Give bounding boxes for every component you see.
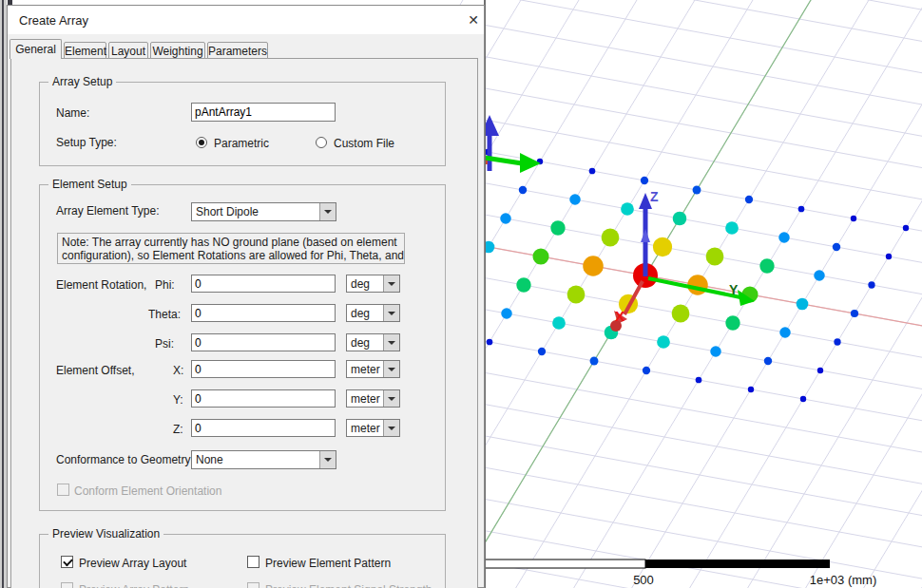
array-element-type-combo[interactable]: Short Dipole bbox=[191, 202, 336, 221]
array-element-dot bbox=[851, 216, 856, 221]
tab-general[interactable]: General bbox=[10, 39, 62, 59]
array-element-dot bbox=[748, 387, 754, 392]
array-element-dot bbox=[725, 315, 740, 330]
array-element-dot bbox=[800, 396, 806, 402]
rotation-psi-unit-combo[interactable]: deg bbox=[346, 333, 400, 351]
offset-y-unit-combo[interactable]: meter bbox=[346, 389, 400, 408]
array-element-dot bbox=[798, 206, 805, 213]
array-element-dot bbox=[653, 237, 672, 256]
array-element-dot bbox=[500, 213, 510, 223]
dialog-title: Create Array bbox=[19, 13, 88, 28]
rotation-phi-input[interactable] bbox=[191, 275, 336, 293]
rotation-psi-unit-value: deg bbox=[351, 336, 370, 350]
array-element-dot bbox=[583, 256, 604, 276]
preview-element-pattern-label[interactable]: Preview Element Pattern bbox=[265, 557, 391, 570]
rotation-theta-unit-value: deg bbox=[351, 307, 370, 320]
array-element-dot bbox=[745, 196, 753, 203]
array-element-dot bbox=[487, 339, 493, 346]
preview-element-signal-strength-checkbox bbox=[247, 582, 259, 588]
close-icon[interactable]: ✕ bbox=[463, 10, 484, 30]
y-axis-label: Y bbox=[729, 282, 739, 297]
tab-weighting[interactable]: Weighting bbox=[150, 42, 205, 59]
name-label: Name: bbox=[56, 106, 89, 120]
parametric-radio-label[interactable]: Parametric bbox=[214, 137, 269, 150]
background-window-edge bbox=[0, 0, 7, 588]
array-element-dot bbox=[833, 243, 840, 251]
offset-y-input[interactable] bbox=[191, 389, 336, 408]
array-element-dot bbox=[519, 186, 527, 194]
chevron-down-icon[interactable] bbox=[383, 361, 399, 377]
array-element-dot bbox=[657, 335, 670, 349]
parametric-radio[interactable] bbox=[196, 137, 207, 148]
array-element-dot bbox=[817, 368, 823, 373]
array-element-dot bbox=[602, 229, 620, 247]
rotation-phi-group-label: Element Rotation, bbox=[56, 278, 146, 292]
preview-element-pattern-checkbox[interactable] bbox=[247, 556, 259, 568]
offset-x-unit-combo[interactable]: meter bbox=[346, 360, 400, 378]
chevron-down-icon[interactable] bbox=[383, 390, 399, 407]
offset-y-label: Y: bbox=[173, 393, 183, 407]
rotation-theta-input[interactable] bbox=[191, 304, 336, 322]
chevron-down-icon[interactable] bbox=[319, 451, 336, 468]
preview-array-layout-checkbox[interactable] bbox=[61, 556, 73, 568]
array-element-dot bbox=[868, 281, 874, 288]
array-element-dot bbox=[538, 348, 546, 355]
create-array-dialog: Create Array ✕ GeneralElementLayoutWeigh… bbox=[7, 5, 485, 588]
array-element-dot bbox=[903, 225, 909, 231]
conformance-combo[interactable]: None bbox=[191, 450, 336, 469]
screen: { "dialog": { "title": "Create Array", "… bbox=[0, 0, 922, 588]
chevron-down-icon[interactable] bbox=[319, 203, 336, 220]
chevron-down-icon[interactable] bbox=[383, 334, 399, 351]
chevron-down-icon[interactable] bbox=[383, 305, 399, 321]
rotation-phi-unit-combo[interactable]: deg bbox=[346, 275, 400, 293]
note-line-1: Note: The array currently has NO ground … bbox=[62, 236, 400, 249]
array-element-dot bbox=[569, 194, 581, 205]
array-element-dot bbox=[696, 377, 702, 384]
x-axis-label: X bbox=[615, 308, 624, 324]
rotation-phi-label: Phi: bbox=[155, 278, 175, 292]
array-setup-group: Array Setup bbox=[39, 82, 446, 166]
array-element-dot bbox=[501, 308, 512, 319]
dialog-titlebar[interactable]: Create Array ✕ bbox=[8, 6, 484, 34]
array-element-dot bbox=[814, 270, 824, 280]
custom-file-radio[interactable] bbox=[316, 137, 327, 148]
array-element-dot bbox=[710, 346, 721, 357]
preview-array-pattern-label: Preview Array Pattern bbox=[79, 583, 189, 588]
rotation-theta-unit-combo[interactable]: deg bbox=[346, 304, 400, 322]
array-setup-legend: Array Setup bbox=[48, 75, 116, 88]
array-element-dot bbox=[590, 357, 599, 366]
chevron-down-icon[interactable] bbox=[383, 275, 399, 292]
rotation-psi-label: Psi: bbox=[155, 337, 174, 351]
array-element-dot bbox=[516, 277, 530, 292]
array-element-dot bbox=[834, 338, 840, 345]
array-element-dot bbox=[725, 221, 739, 235]
rotation-phi-unit-value: deg bbox=[351, 277, 370, 291]
array-element-dot bbox=[550, 220, 565, 235]
z-axis-label: Z bbox=[650, 189, 659, 204]
global-y-arrowhead-icon bbox=[520, 153, 541, 173]
tab-element[interactable]: Element bbox=[64, 42, 106, 59]
tab-parameters[interactable]: Parameters bbox=[207, 42, 268, 59]
conformance-label: Conformance to Geometry: bbox=[56, 453, 194, 466]
offset-x-unit-value: meter bbox=[351, 363, 380, 376]
rotation-theta-label: Theta: bbox=[148, 308, 181, 321]
rotation-psi-input[interactable] bbox=[191, 333, 336, 351]
offset-z-unit-combo[interactable]: meter bbox=[346, 419, 400, 437]
z-axis-mid-arrowhead-icon bbox=[641, 229, 650, 242]
array-element-dot bbox=[672, 305, 690, 323]
tab-layout[interactable]: Layout bbox=[108, 42, 148, 59]
conformance-value: None bbox=[196, 453, 223, 466]
array-element-dot bbox=[693, 186, 701, 195]
offset-z-input[interactable] bbox=[191, 419, 336, 437]
array-element-dot bbox=[552, 316, 566, 330]
offset-x-input[interactable] bbox=[191, 360, 336, 378]
conform-element-orientation-label: Conform Element Orientation bbox=[74, 484, 221, 498]
array-element-type-value: Short Dipole bbox=[196, 205, 259, 218]
offset-x-label: X: bbox=[173, 364, 183, 377]
array-element-dot bbox=[759, 258, 774, 273]
array-element-dot bbox=[851, 310, 858, 317]
custom-file-radio-label[interactable]: Custom File bbox=[334, 137, 394, 150]
preview-array-layout-label[interactable]: Preview Array Layout bbox=[79, 557, 186, 570]
chevron-down-icon[interactable] bbox=[383, 420, 399, 436]
name-input[interactable] bbox=[191, 103, 336, 122]
